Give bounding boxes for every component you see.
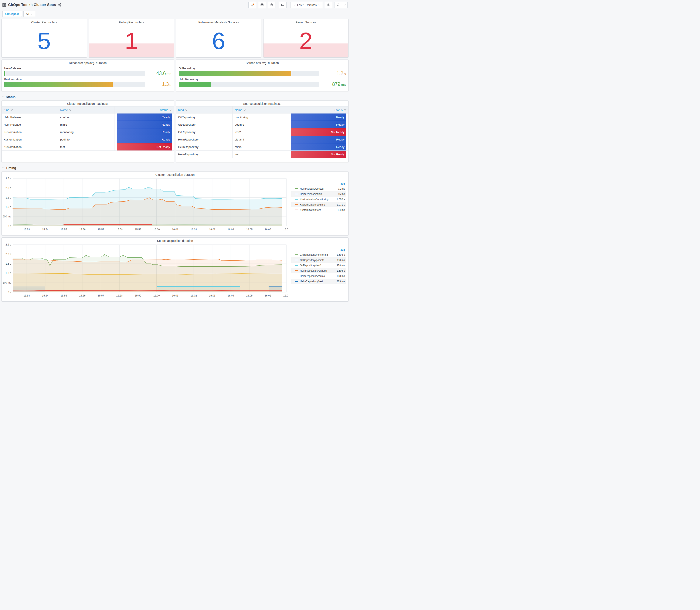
- legend-item[interactable]: Kustomization/podinfo1.071 s: [291, 202, 346, 207]
- gauge-value-unit: s: [169, 83, 172, 87]
- variable-label-namespace: namespace: [2, 11, 22, 17]
- series-color-dash: [295, 254, 298, 255]
- time-range-label: Last 15 minutes: [297, 3, 316, 6]
- chevron-down-icon: [2, 95, 5, 98]
- x-axis-tick: 16:07: [283, 228, 288, 231]
- gauge-panel-title[interactable]: Reconciler ops avg. duration: [2, 60, 174, 65]
- cell-name: test: [58, 143, 115, 151]
- chart-plot-area[interactable]: 0 s500 ms1.0 s1.5 s2.0 s2.5 s15:5315:541…: [2, 243, 291, 299]
- chart-plot-area[interactable]: 0 s500 ms1.0 s1.5 s2.0 s2.5 s15:5315:541…: [2, 177, 291, 233]
- gauge-row: 43.6ms: [4, 70, 171, 76]
- stat-panel-title[interactable]: Failing Reconcilers: [89, 19, 174, 25]
- legend-item[interactable]: HelmRepository/bitnami1.695 s: [291, 268, 346, 273]
- dashboard-header: GitOps Toolkit Cluster Stats: [1, 0, 348, 10]
- cell-status: Not Ready: [289, 151, 348, 158]
- gauge-value-unit: s: [344, 72, 346, 76]
- refresh-interval-dropdown[interactable]: [342, 2, 348, 8]
- gauge-track: [179, 82, 320, 87]
- chart-title[interactable]: Source acquisition duration: [2, 238, 348, 243]
- gauge-value-number: 879: [332, 81, 340, 87]
- legend-item[interactable]: HelmRelease/minio16 ms: [291, 191, 346, 197]
- cell-status: Ready: [115, 121, 174, 128]
- stat-panel-title[interactable]: Failing Sources: [263, 19, 348, 25]
- cell-status: Ready: [115, 128, 174, 136]
- legend-avg-header[interactable]: avg: [291, 182, 346, 186]
- section-header-status[interactable]: Status: [1, 93, 348, 100]
- y-axis-tick: 2.5 s: [5, 177, 11, 180]
- column-header-label: Name: [60, 108, 68, 112]
- legend-item[interactable]: GitRepository/test2338 ms: [291, 263, 346, 268]
- save-dashboard-button[interactable]: [258, 2, 266, 8]
- save-icon: [260, 3, 264, 6]
- add-panel-button[interactable]: [248, 2, 256, 8]
- legend-item[interactable]: Kustomization/test84 ms: [291, 207, 346, 212]
- table-row: KustomizationtestNot Ready: [2, 143, 174, 151]
- table-row: HelmRepositorytestNot Ready: [176, 151, 348, 158]
- column-header-name[interactable]: Name: [233, 107, 289, 113]
- legend-item[interactable]: HelmRepository/test289 ms: [291, 279, 346, 284]
- table-panel-title[interactable]: Source acquisition readiness: [176, 100, 348, 106]
- cell-kind: Kustomization: [2, 143, 58, 151]
- legend-series-avg: 108 ms: [333, 275, 346, 277]
- dashboard-settings-button[interactable]: [268, 2, 275, 8]
- cell-name: test2: [233, 128, 289, 136]
- legend-series-name: HelmRelease/minio: [300, 193, 333, 195]
- legend-series-name: HelmRepository/minio: [300, 275, 333, 277]
- column-header-label: Status: [335, 108, 343, 112]
- legend-item[interactable]: HelmRelease/contour71 ms: [291, 186, 346, 191]
- cycle-view-mode-button[interactable]: [279, 2, 287, 8]
- stat-panel-title[interactable]: Kubernetes Manifests Sources: [176, 19, 261, 25]
- legend-item[interactable]: GitRepository/podinfo980 ms: [291, 257, 346, 263]
- x-axis-tick: 15:54: [42, 228, 48, 231]
- legend-series-avg: 1.695 s: [333, 269, 346, 272]
- table-row: GitRepositorymonitoringReady: [176, 113, 348, 121]
- status-tables-row: Cluster reconciliation readinessKindName…: [1, 100, 348, 162]
- time-range-picker[interactable]: Last 15 minutes: [290, 2, 323, 8]
- status-badge: Not Ready: [291, 128, 346, 135]
- gauge-panel-title[interactable]: Source ops avg. duration: [176, 60, 348, 65]
- column-header-status[interactable]: Status: [115, 107, 174, 113]
- table-panel-title[interactable]: Cluster reconciliation readiness: [2, 100, 174, 106]
- chevron-down-icon: [2, 166, 5, 169]
- chart-title[interactable]: Cluster reconciliation duration: [2, 172, 348, 177]
- gauge-fill: [4, 71, 5, 76]
- series-color-dash: [295, 260, 298, 260]
- x-axis-tick: 16:05: [246, 294, 253, 297]
- section-header-timing[interactable]: Timing: [1, 164, 348, 171]
- share-icon[interactable]: [58, 3, 61, 6]
- column-header-label: Kind: [178, 108, 184, 112]
- stat-panels-row: Cluster Reconcilers5Failing Reconcilers1…: [1, 19, 348, 58]
- chart-legend: avgGitRepository/monitoring1.594 sGitRep…: [291, 243, 348, 299]
- legend-item[interactable]: Kustomization/monitoring1.605 s: [291, 197, 346, 202]
- legend-series-name: HelmRepository/test: [300, 280, 333, 283]
- legend-series-name: Kustomization/podinfo: [300, 203, 333, 206]
- stat-panel-title[interactable]: Cluster Reconcilers: [2, 19, 87, 25]
- column-header-kind[interactable]: Kind: [176, 107, 233, 113]
- series-color-dash: [295, 281, 298, 282]
- cell-kind: HelmRepository: [176, 143, 233, 151]
- gauge-row-label: Kustomization: [4, 78, 171, 81]
- variable-value-dropdown[interactable]: All: [23, 11, 35, 17]
- y-axis-tick: 1.0 s: [5, 272, 11, 275]
- status-badge: Ready: [117, 113, 172, 121]
- table-row: HelmReleasecontourReady: [2, 113, 174, 121]
- apps-grid-icon[interactable]: [2, 3, 6, 7]
- add-panel-icon: [250, 3, 254, 7]
- gauge-panels-row: Reconciler ops avg. durationHelmRelease4…: [1, 60, 348, 91]
- legend-series-avg: 84 ms: [333, 209, 346, 211]
- column-header-label: Name: [234, 108, 242, 112]
- legend-avg-header[interactable]: avg: [291, 248, 346, 252]
- zoom-out-time-button[interactable]: [325, 2, 332, 8]
- legend-item[interactable]: HelmRepository/minio108 ms: [291, 273, 346, 279]
- column-header-kind[interactable]: Kind: [2, 107, 58, 113]
- table-body: GitRepositorymonitoringReadyGitRepositor…: [176, 113, 348, 158]
- refresh-button[interactable]: [334, 2, 342, 8]
- gauge-row: 1.3s: [4, 81, 171, 87]
- table-header-row: KindNameStatus: [2, 107, 174, 113]
- column-header-status[interactable]: Status: [289, 107, 348, 113]
- status-badge: Ready: [291, 121, 346, 128]
- legend-item[interactable]: GitRepository/monitoring1.594 s: [291, 252, 346, 257]
- x-axis-tick: 15:55: [61, 228, 67, 231]
- gauge-row: 1.2s: [179, 70, 346, 76]
- column-header-name[interactable]: Name: [58, 107, 115, 113]
